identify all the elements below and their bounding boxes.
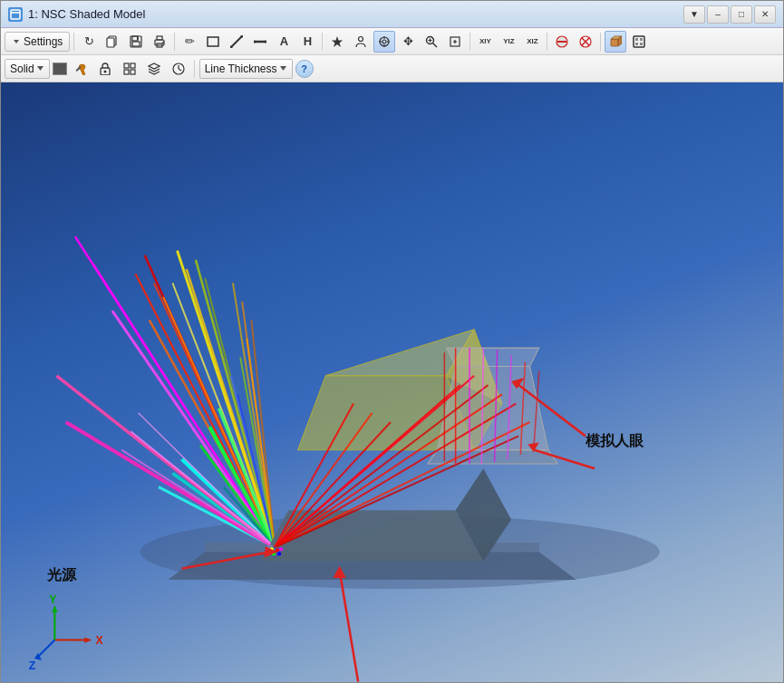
text-a-button[interactable]: A [273, 31, 295, 53]
guang-yuan-label: 光源 [46, 566, 77, 582]
no-entry1-icon [556, 35, 568, 48]
svg-marker-73 [52, 605, 57, 612]
solid-chevron-icon [36, 64, 44, 72]
wrench-icon [74, 63, 87, 75]
svg-rect-54 [124, 70, 129, 74]
sep5 [547, 33, 547, 51]
viewport[interactable]: 光源 波导片 模拟人眼 X Y Z [1, 82, 783, 682]
svg-line-14 [231, 36, 242, 47]
svg-rect-52 [124, 63, 129, 68]
layers-icon [148, 63, 160, 75]
svg-rect-10 [157, 36, 162, 40]
horiz-line-button[interactable] [249, 31, 271, 53]
pencil-button[interactable]: ✏ [179, 31, 200, 53]
toolbar-2: Solid Line Thickness ? [1, 55, 783, 82]
window-title: 1: NSC Shaded Model [28, 7, 145, 21]
fit-button[interactable] [444, 31, 466, 53]
no-entry1-button[interactable] [551, 31, 573, 53]
grid-button[interactable] [119, 58, 140, 80]
sep3 [322, 33, 323, 51]
line-thickness-label: Line Thickness [205, 63, 277, 75]
3d-view-button[interactable] [605, 31, 626, 53]
line-thickness-button[interactable]: Line Thickness [199, 59, 293, 79]
settings-button[interactable]: Settings [5, 32, 70, 52]
toolbar-1: Settings ↻ ✏ A H [1, 28, 783, 55]
diag-line-button[interactable] [226, 31, 247, 53]
sep1 [73, 33, 74, 51]
svg-rect-8 [137, 37, 139, 40]
save-icon [130, 35, 142, 48]
svg-marker-20 [332, 36, 343, 47]
3d-icon [609, 35, 622, 48]
close-button[interactable]: ✕ [754, 5, 776, 24]
svg-text:X: X [95, 634, 103, 647]
xiy-button[interactable]: XIY [474, 31, 496, 53]
print-button[interactable] [149, 31, 170, 53]
rect-icon [207, 35, 219, 48]
star-button[interactable] [326, 31, 348, 53]
no-entry2-button[interactable] [575, 31, 596, 53]
maximize-button[interactable]: □ [731, 5, 752, 24]
title-bar-left: 1: NSC Shaded Model [8, 7, 145, 22]
help-button[interactable]: ? [295, 60, 314, 78]
cluster-magenta [279, 547, 283, 551]
svg-point-12 [162, 42, 164, 43]
fit-icon [449, 35, 461, 48]
sep7 [194, 60, 195, 78]
grid-icon [123, 63, 136, 75]
solid-dropdown[interactable]: Solid [5, 59, 50, 79]
save-button[interactable] [125, 31, 147, 53]
svg-rect-0 [11, 10, 20, 19]
svg-rect-7 [132, 42, 140, 46]
svg-rect-46 [635, 43, 638, 45]
restore-button[interactable]: ▼ [683, 5, 705, 24]
svg-point-51 [103, 70, 106, 72]
sep2 [174, 33, 175, 51]
xiz-button[interactable]: XIZ [521, 31, 543, 53]
refresh-button[interactable]: ↻ [78, 31, 100, 53]
move-button[interactable]: ✥ [397, 31, 419, 53]
svg-rect-45 [640, 38, 643, 41]
copy-button[interactable] [102, 31, 123, 53]
animate-button[interactable] [168, 58, 189, 80]
lock-icon [100, 63, 111, 75]
zoom-button[interactable] [421, 31, 442, 53]
svg-marker-2 [14, 40, 19, 43]
svg-point-23 [382, 40, 386, 43]
svg-marker-60 [280, 66, 286, 71]
target-button[interactable] [373, 31, 395, 53]
flat-view-button[interactable] [628, 31, 650, 53]
text-h-button[interactable]: H [296, 31, 318, 53]
svg-rect-4 [107, 38, 114, 47]
svg-marker-70 [84, 638, 92, 643]
svg-text:Y: Y [49, 593, 56, 606]
window-icon [8, 7, 23, 22]
mo-ni-ren-yan-label: 模拟人眼 [585, 432, 644, 448]
ray-magenta-2 [93, 265, 275, 547]
person-icon [354, 35, 367, 48]
svg-line-29 [433, 43, 438, 47]
minimize-button[interactable]: – [707, 5, 729, 24]
no-entry2-icon [579, 35, 592, 48]
person-button[interactable] [350, 31, 372, 53]
clock-icon [172, 63, 185, 75]
rect-button[interactable] [202, 31, 224, 53]
zoom-icon [425, 35, 438, 48]
chevron-down-icon [12, 37, 21, 46]
line-thickness-chevron-icon [279, 64, 287, 72]
svg-rect-47 [640, 43, 643, 45]
settings-label: Settings [24, 35, 63, 48]
axes-group: X Y Z [29, 593, 104, 673]
svg-rect-44 [635, 38, 638, 41]
svg-marker-48 [37, 66, 44, 71]
yiz-button[interactable]: YIZ [498, 31, 519, 53]
layers-button[interactable] [143, 58, 165, 80]
lock-button[interactable] [94, 58, 116, 80]
sep4 [469, 33, 470, 51]
main-window: 1: NSC Shaded Model ▼ – □ ✕ Settings ↻ ✏ [0, 0, 784, 683]
svg-point-21 [359, 36, 363, 41]
color-swatch[interactable] [53, 63, 67, 75]
wrench-button[interactable] [70, 58, 92, 80]
title-bar: 1: NSC Shaded Model ▼ – □ ✕ [1, 1, 783, 28]
help-label: ? [301, 63, 307, 74]
